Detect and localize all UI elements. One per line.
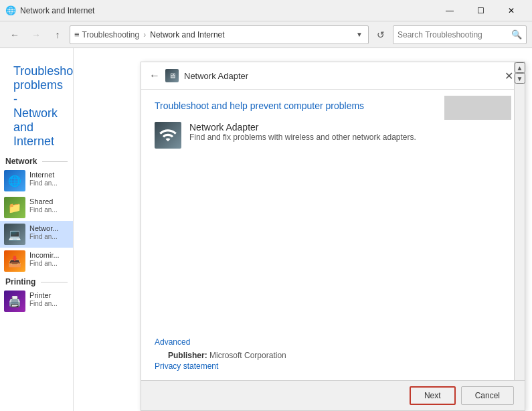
window-title: Network and Internet [20,6,434,15]
incoming-label: Incomir... [29,250,60,260]
minimize-button[interactable]: — [434,0,465,21]
page-title: Troubleshoot problems - Network and Inte… [13,64,60,149]
dialog-back-button[interactable]: ← [149,70,160,82]
scroll-down-button[interactable]: ▼ [515,73,525,84]
printing-section-label: Printing [0,274,73,288]
sidebar-item-printer[interactable]: 🖨️ Printer Find an... [0,288,73,315]
incoming-sub: Find an... [29,260,60,267]
sidebar-item-incoming[interactable]: 📥 Incomir... Find an... [0,248,73,274]
incoming-icon: 📥 [4,250,25,272]
adapter-desc: Find and fix problems with wireless and … [189,133,416,142]
shared-sub: Find an... [29,206,58,214]
shared-icon: 📁 [4,197,25,218]
publisher-name: Microsoft Corporation [209,351,286,360]
main-content: Troubleshoot problems - Network and Inte… [0,48,532,411]
action-bar: Next Cancel [141,380,525,410]
section-divider [42,161,68,162]
sidebar: Troubleshoot problems - Network and Inte… [0,48,74,411]
up-button[interactable]: ↑ [48,25,67,44]
dialog-footer: Advanced Publisher: Microsoft Corporatio… [141,331,525,410]
cancel-button[interactable]: Cancel [461,386,514,405]
window-controls: — ☐ ✕ [434,0,527,21]
adapter-title: Network Adapter [189,122,416,133]
address-dropdown-button[interactable]: ▼ [355,29,364,39]
search-icon: 🔍 [511,29,522,39]
network-sub: Find an... [29,233,58,240]
sidebar-item-internet[interactable]: 🌐 Internet Find an... [0,167,73,194]
forward-button[interactable]: → [27,25,46,44]
breadcrumb-troubleshooting[interactable]: Troubleshooting [82,30,140,39]
scroll-up-button[interactable]: ▲ [515,62,525,73]
breadcrumb-sep: › [143,30,146,39]
back-button[interactable]: ← [5,25,24,44]
sidebar-item-network[interactable]: 💻 Networ... Find an... [0,221,73,248]
internet-sub: Find an... [29,179,58,187]
content-area: ← 🖥 Network Adapter ✕ ▲ ▼ Troubleshoot a… [74,48,532,411]
printing-divider [41,282,68,282]
adapter-item: Network Adapter Find and fix problems wi… [155,122,511,149]
network-adapter-dialog: ← 🖥 Network Adapter ✕ ▲ ▼ Troubleshoot a… [141,62,525,411]
privacy-link[interactable]: Privacy statement [155,361,511,371]
next-button[interactable]: Next [410,386,456,405]
address-bar: ≡ Troubleshooting › Network and Internet… [70,25,369,44]
network-label: Networ... [29,224,58,233]
search-input[interactable] [397,30,511,39]
maximize-button[interactable]: ☐ [465,0,496,21]
dialog-links: Advanced Publisher: Microsoft Corporatio… [141,331,525,380]
sidebar-item-shared[interactable]: 📁 Shared Find an... [0,194,73,221]
navigation-bar: ← → ↑ ≡ Troubleshooting › Network and In… [0,21,532,48]
internet-icon: 🌐 [4,170,25,191]
dialog-icon: 🖥 [165,69,179,82]
internet-label: Internet [29,170,58,179]
page-header: Troubleshoot problems - Network and Inte… [0,54,73,154]
advanced-link[interactable]: Advanced [155,337,511,347]
publisher-line: Publisher: Microsoft Corporation [155,349,511,361]
network-section-label: Network [0,154,73,167]
printer-sub: Find an... [29,300,58,307]
network-icon: 💻 [4,224,25,245]
dialog-header: ← 🖥 Network Adapter ✕ [141,62,525,90]
dialog-title: Network Adapter [184,71,248,81]
close-button[interactable]: ✕ [496,0,527,21]
breadcrumb-current: Network and Internet [150,30,224,39]
printer-label: Printer [29,291,58,300]
printer-icon: 🖨️ [4,291,25,312]
publisher-label: Publisher: [168,351,209,360]
search-box: 🔍 [393,25,527,44]
address-icon: ≡ [74,29,80,39]
shared-label: Shared [29,197,58,206]
placeholder-graphic [444,96,511,120]
window-icon: 🌐 [5,5,16,16]
adapter-icon [155,122,181,149]
title-bar: 🌐 Network and Internet — ☐ ✕ [0,0,532,21]
refresh-button[interactable]: ↺ [371,25,390,44]
